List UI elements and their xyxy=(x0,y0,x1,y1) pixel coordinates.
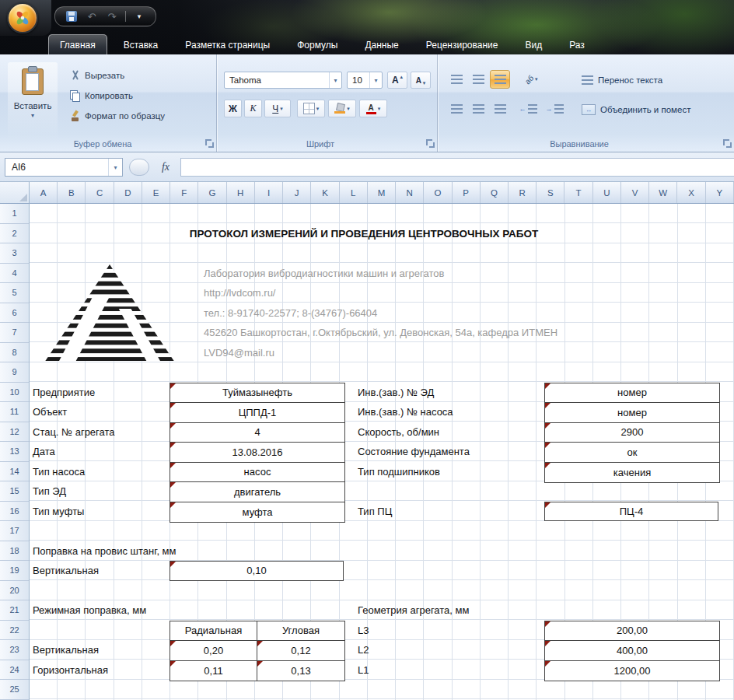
redo-button[interactable]: ↷ xyxy=(105,9,119,23)
document-title-cell[interactable]: ПРОТОКОЛ ИЗМЕРЕНИЙ И ПРОВЕДЕНИЯ ЦЕНТРОВО… xyxy=(30,224,698,244)
lab-info-line[interactable]: http://lvdcom.ru/ xyxy=(204,283,275,303)
column-header-e[interactable]: E xyxy=(142,182,170,203)
cell-label[interactable]: Тип ЭД xyxy=(33,481,66,502)
row-header-16[interactable]: 16 xyxy=(0,502,29,522)
column-header-l[interactable]: L xyxy=(340,182,368,203)
row-header-1[interactable]: 1 xyxy=(0,204,29,224)
name-box[interactable]: AI6 ▾ xyxy=(5,158,123,177)
column-header-d[interactable]: D xyxy=(114,182,142,203)
cell-label[interactable]: Инв.(зав.) № ЭД xyxy=(358,383,434,403)
dialog-launcher-icon[interactable] xyxy=(426,139,435,148)
cell-label[interactable]: Вертикальная xyxy=(33,640,99,660)
chevron-down-icon[interactable]: ▾ xyxy=(108,159,122,176)
underline-button[interactable]: Ч ▾ xyxy=(264,100,291,117)
cell-label[interactable]: Объект xyxy=(33,402,67,422)
increase-indent-button[interactable]: → xyxy=(543,100,566,118)
decrease-indent-button[interactable]: ← xyxy=(516,100,540,118)
row-header-6[interactable]: 6 xyxy=(0,303,29,324)
font-size-combo[interactable]: 10 ▾ xyxy=(347,72,383,89)
insert-function-button[interactable]: fx xyxy=(156,159,176,176)
font-color-button[interactable]: А ▾ xyxy=(359,100,387,117)
wrap-text-button[interactable]: Перенос текста xyxy=(582,72,662,89)
cell-label[interactable]: Стац. № агрегата xyxy=(33,422,115,443)
italic-button[interactable]: К xyxy=(244,100,262,117)
fill-color-button[interactable]: ▾ xyxy=(328,100,356,117)
row-header-11[interactable]: 11 xyxy=(0,402,29,422)
borders-button[interactable]: ▾ xyxy=(297,100,325,117)
table-cell[interactable]: Туймазынефть xyxy=(170,383,344,404)
formula-input[interactable] xyxy=(180,158,734,177)
column-header-a[interactable]: A xyxy=(30,182,58,203)
column-header-k[interactable]: K xyxy=(311,182,339,203)
cell-label[interactable]: Предприятие xyxy=(33,383,95,403)
row-header-7[interactable]: 7 xyxy=(0,323,29,343)
column-header-m[interactable]: M xyxy=(368,182,396,203)
column-header-w[interactable]: W xyxy=(649,182,677,203)
cell-label[interactable]: Скорость, об/мин xyxy=(358,422,439,443)
table-cell[interactable]: 13.08.2016 xyxy=(170,443,344,463)
office-button[interactable] xyxy=(7,2,38,33)
tab-vid[interactable]: Вид xyxy=(514,37,553,54)
lab-info-line[interactable]: 452620 Башкортостан, г.Октябрьский, ул. … xyxy=(204,323,557,343)
column-header-b[interactable]: B xyxy=(58,182,86,203)
row-header-19[interactable]: 19 xyxy=(0,561,29,581)
align-center-button[interactable] xyxy=(468,100,488,118)
table-cell[interactable]: 0,10 xyxy=(170,561,344,581)
lab-info-line[interactable]: тел.: 8-91740-22577; 8-(34767)-66404 xyxy=(204,303,377,324)
table-cell[interactable]: 0,11 xyxy=(170,661,257,681)
column-header-v[interactable]: V xyxy=(621,182,649,203)
column-header-q[interactable]: Q xyxy=(481,182,509,203)
cell-label[interactable]: Тип ПЦ xyxy=(358,502,392,522)
dialog-launcher-icon[interactable] xyxy=(205,139,214,148)
column-header-i[interactable]: I xyxy=(255,182,283,203)
row-header-10[interactable]: 10 xyxy=(0,383,29,403)
formula-bar-splitter[interactable] xyxy=(129,159,149,176)
column-header-x[interactable]: X xyxy=(677,182,705,203)
table-cell[interactable]: двигатель xyxy=(170,482,344,502)
row-header-22[interactable]: 22 xyxy=(0,621,29,641)
chevron-down-icon[interactable]: ▾ xyxy=(369,72,382,88)
column-header-g[interactable]: G xyxy=(198,182,226,203)
align-right-button[interactable] xyxy=(490,100,510,118)
table-header-cell[interactable]: Угловая xyxy=(257,621,344,642)
column-header-j[interactable]: J xyxy=(283,182,311,203)
align-top-button[interactable] xyxy=(446,70,467,89)
align-left-button[interactable] xyxy=(446,100,467,118)
table-cell[interactable]: ЦППД-1 xyxy=(170,403,344,423)
row-header-2[interactable]: 2 xyxy=(0,224,29,244)
format-painter-button[interactable]: Формат по образцу xyxy=(70,107,165,124)
bold-button[interactable]: Ж xyxy=(224,100,242,117)
table-cell[interactable]: 1200,00 xyxy=(545,661,719,681)
cell-label[interactable]: Тип муфты xyxy=(33,502,84,522)
section-header[interactable]: Поправка на провис штанг, мм xyxy=(33,541,177,562)
table-cell[interactable]: качения xyxy=(545,463,719,483)
row-header-3[interactable]: 3 xyxy=(0,243,29,264)
column-header-n[interactable]: N xyxy=(396,182,424,203)
table-cell[interactable]: 400,00 xyxy=(545,641,719,661)
cell-label[interactable]: Тип насоса xyxy=(33,462,85,482)
column-header-c[interactable]: C xyxy=(86,182,114,203)
row-header-18[interactable]: 18 xyxy=(0,541,29,562)
merge-center-button[interactable]: ↔ Объединить и помест xyxy=(582,101,690,118)
align-middle-button[interactable] xyxy=(468,70,488,89)
font-name-combo[interactable]: Tahoma ▾ xyxy=(224,72,342,89)
table-cell[interactable]: ок xyxy=(545,443,719,463)
cut-button[interactable]: Вырезать xyxy=(70,67,124,84)
row-header-24[interactable]: 24 xyxy=(0,660,29,681)
table-header-cell[interactable]: Радиальная xyxy=(170,621,257,642)
chevron-down-icon[interactable]: ▾ xyxy=(329,72,341,88)
cell-label[interactable]: Инв.(зав.) № насоса xyxy=(358,402,453,422)
shrink-font-button[interactable]: А ▾ xyxy=(411,72,431,89)
table-cell[interactable]: насос xyxy=(170,463,344,483)
table-cell[interactable]: 200,00 xyxy=(545,621,719,642)
table-cell[interactable]: номер xyxy=(545,403,719,423)
lab-info-line[interactable]: LVD94@mail.ru xyxy=(204,343,274,363)
row-header-8[interactable]: 8 xyxy=(0,343,29,363)
row-header-17[interactable]: 17 xyxy=(0,521,29,541)
table-cell[interactable]: номер xyxy=(545,383,719,404)
tab-dannye[interactable]: Данные xyxy=(354,37,409,54)
row-header-15[interactable]: 15 xyxy=(0,481,29,502)
table-cell[interactable]: 2900 xyxy=(545,423,719,443)
lab-info-line[interactable]: Лаборатория вибродиагностики машин и агр… xyxy=(204,264,444,284)
cell-label[interactable]: Вертикальная xyxy=(33,561,99,581)
